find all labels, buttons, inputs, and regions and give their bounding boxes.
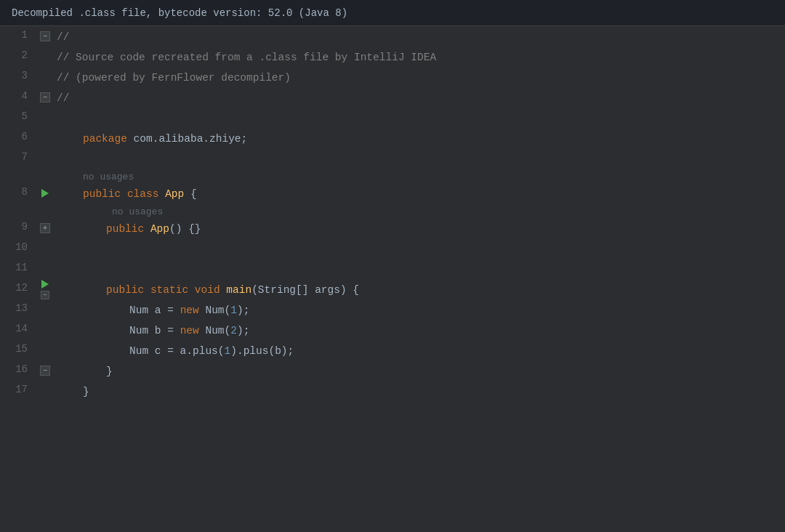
code-content: // Source code recreated from a .class f… <box>54 47 785 67</box>
code-line: 11 <box>0 259 785 279</box>
gutter <box>36 259 54 279</box>
code-area: 1 − // 2 // Source code recreated from a… <box>0 26 785 532</box>
gutter: − <box>36 26 54 47</box>
line-number: 12 <box>0 279 36 299</box>
fold-icon[interactable]: − <box>40 92 50 102</box>
gutter: − <box>36 279 54 299</box>
gutter <box>36 47 54 67</box>
line-number: 10 <box>0 238 36 259</box>
code-content: } <box>54 381 785 401</box>
code-line: 6 package com.alibaba.zhiye; <box>0 128 785 148</box>
code-content: public App() {} <box>54 218 785 238</box>
code-line: 10 <box>0 238 785 259</box>
code-content: // <box>54 26 785 47</box>
gutter <box>36 108 54 128</box>
code-content: Num b = new Num(2); <box>54 320 785 340</box>
run-triangle-icon <box>41 189 49 198</box>
gutter <box>36 148 54 169</box>
line-number: 4 <box>0 87 36 108</box>
code-content: public static void main(String[] args) { <box>54 279 785 299</box>
gutter <box>36 381 54 401</box>
gutter <box>36 238 54 259</box>
code-content: public class App { <box>54 183 785 203</box>
code-content: } <box>54 360 785 381</box>
code-line: 14 Num b = new Num(2); <box>0 320 785 340</box>
code-content <box>54 108 785 128</box>
line-number: 13 <box>0 299 36 320</box>
code-line: 3 // (powered by FernFlower decompiler) <box>0 67 785 87</box>
code-line: 2 // Source code recreated from a .class… <box>0 47 785 67</box>
code-line: 17 } <box>0 381 785 401</box>
code-line: 4 − // <box>0 87 785 108</box>
code-line: 13 Num a = new Num(1); <box>0 299 785 320</box>
gutter: + <box>36 218 54 238</box>
gutter <box>36 299 54 320</box>
gutter <box>36 183 54 203</box>
hint-row-constructor: 9 no usages <box>0 203 785 218</box>
gutter: − <box>36 360 54 381</box>
line-number: 11 <box>0 259 36 279</box>
gutter <box>36 67 54 87</box>
no-usages-hint: no usages <box>54 169 134 183</box>
fold-icon[interactable]: − <box>40 31 50 41</box>
code-line: 9 + public App() {} <box>0 218 785 238</box>
line-number: 14 <box>0 320 36 340</box>
code-line: 15 Num c = a.plus(1).plus(b); <box>0 340 785 360</box>
line-number: 2 <box>0 47 36 67</box>
line-number: 7 <box>0 148 36 169</box>
code-line: 8 public class App { <box>0 183 785 203</box>
code-content <box>54 238 785 259</box>
line-number: 1 <box>0 26 36 47</box>
gutter: − <box>36 87 54 108</box>
fold-icon-constructor[interactable]: + <box>40 223 50 233</box>
gutter <box>36 340 54 360</box>
run-triangle-main-icon <box>41 280 49 289</box>
no-usages-constructor-hint: no usages <box>54 203 163 218</box>
code-line: 5 <box>0 108 785 128</box>
line-number: 5 <box>0 108 36 128</box>
run-button[interactable] <box>40 188 50 198</box>
code-content <box>54 148 785 169</box>
line-number: 16 <box>0 360 36 381</box>
line-number: 8 <box>0 183 36 203</box>
hint-row: 8 no usages <box>0 169 785 183</box>
code-content: Num c = a.plus(1).plus(b); <box>54 340 785 360</box>
gutter <box>36 320 54 340</box>
fold-icon-close-method[interactable]: − <box>40 366 50 376</box>
code-content: Num a = new Num(1); <box>54 299 785 320</box>
run-button-main[interactable] <box>40 279 50 289</box>
line-number: 15 <box>0 340 36 360</box>
line-number: 17 <box>0 381 36 401</box>
title-text: Decompiled .class file, bytecode version… <box>12 7 347 19</box>
code-line: 1 − // <box>0 26 785 47</box>
code-content <box>54 259 785 279</box>
code-line: 12 − public static void main(String[] ar… <box>0 279 785 299</box>
fold-icon-main[interactable]: − <box>41 291 49 299</box>
code-content: // <box>54 87 785 108</box>
title-bar: Decompiled .class file, bytecode version… <box>0 0 785 26</box>
gutter <box>36 128 54 148</box>
line-number: 3 <box>0 67 36 87</box>
line-number: 9 <box>0 218 36 238</box>
code-content: package com.alibaba.zhiye; <box>54 128 785 148</box>
code-line: 16 − } <box>0 360 785 381</box>
line-number: 6 <box>0 128 36 148</box>
code-content: // (powered by FernFlower decompiler) <box>54 67 785 87</box>
code-line: 7 <box>0 148 785 169</box>
